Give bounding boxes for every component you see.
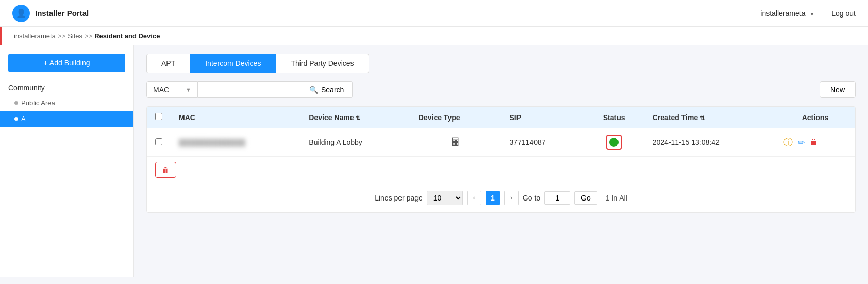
- sip-value: 377114087: [509, 138, 545, 146]
- header-right: installerameta ▼ Log out: [760, 9, 856, 18]
- td-mac: ██████████████: [171, 128, 301, 157]
- toolbar: MAC ▼ 🔍 Search New: [146, 81, 856, 98]
- breadcrumb-part3: Resident and Device: [94, 32, 160, 40]
- toolbar-left: MAC ▼ 🔍 Search: [146, 81, 353, 98]
- td-device-name: Building A Lobby: [301, 128, 410, 157]
- th-sip: SIP: [501, 107, 583, 128]
- username-label: installerameta: [760, 9, 805, 18]
- th-created-time: Created Time ⇅: [644, 107, 775, 128]
- status-cell: [592, 135, 636, 150]
- table-container: MAC Device Name ⇅ Device Type SIP Status…: [146, 106, 856, 213]
- lines-per-page-select[interactable]: 10 20 50: [427, 191, 463, 205]
- chevron-down-icon: ▼: [809, 11, 814, 17]
- avatar-icon: 👤: [16, 8, 26, 18]
- search-label: Search: [321, 86, 344, 94]
- search-icon: 🔍: [309, 86, 318, 94]
- td-device-type: 🖩: [410, 128, 502, 157]
- next-page-button[interactable]: ›: [504, 191, 519, 205]
- th-checkbox: [147, 107, 171, 128]
- td-checkbox: [147, 128, 171, 157]
- go-button[interactable]: Go: [574, 191, 597, 205]
- prev-page-button[interactable]: ‹: [467, 191, 481, 205]
- delete-row-button[interactable]: 🗑: [810, 138, 818, 147]
- bulk-delete-row: 🗑: [147, 157, 855, 183]
- new-button[interactable]: New: [820, 81, 856, 98]
- app-title: Installer Portal: [35, 9, 89, 18]
- chevron-down-icon: ▼: [186, 87, 191, 93]
- header-left: 👤 Installer Portal: [12, 5, 89, 22]
- info-button[interactable]: ⓘ: [783, 136, 793, 148]
- table-header-row: MAC Device Name ⇅ Device Type SIP Status…: [147, 107, 855, 128]
- th-device-type: Device Type: [410, 107, 502, 128]
- tab-third-party-devices[interactable]: Third Party Devices: [276, 54, 369, 73]
- td-status: [584, 128, 644, 157]
- actions-cell: ⓘ ✏ 🗑: [783, 136, 847, 148]
- table-row: ██████████████ Building A Lobby 🖩 377114…: [147, 128, 855, 157]
- user-menu[interactable]: installerameta ▼: [760, 9, 814, 18]
- created-time-value: 2024-11-15 13:08:42: [653, 138, 720, 146]
- sidebar-item-label: Public Area: [21, 99, 55, 107]
- breadcrumb-part1: installerameta: [14, 32, 56, 40]
- lines-per-page-label: Lines per page: [375, 194, 423, 202]
- devices-table: MAC Device Name ⇅ Device Type SIP Status…: [147, 107, 855, 157]
- select-all-checkbox[interactable]: [155, 113, 162, 120]
- td-actions: ⓘ ✏ 🗑: [775, 128, 855, 157]
- add-building-button[interactable]: + Add Building: [8, 54, 125, 72]
- main-layout: + Add Building Community Public Area A A…: [0, 45, 868, 277]
- prev-icon: ‹: [473, 194, 475, 202]
- td-sip: 377114087: [501, 128, 583, 157]
- next-icon: ›: [510, 194, 512, 202]
- row-checkbox[interactable]: [155, 138, 162, 145]
- current-page-number[interactable]: 1: [486, 191, 500, 205]
- header: 👤 Installer Portal installerameta ▼ Log …: [0, 0, 868, 27]
- sidebar-item-label: A: [21, 115, 26, 123]
- goto-input[interactable]: [544, 191, 570, 205]
- search-input[interactable]: [198, 81, 301, 98]
- th-device-name: Device Name ⇅: [301, 107, 410, 128]
- status-dot-wrapper: [606, 135, 622, 150]
- total-label: 1 In All: [606, 194, 627, 202]
- mac-value: ██████████████: [179, 139, 245, 146]
- breadcrumb: installerameta >> Sites >> Resident and …: [0, 27, 868, 45]
- td-created-time: 2024-11-15 13:08:42: [644, 128, 775, 157]
- pagination: Lines per page 10 20 50 ‹ 1 › Go to Go 1…: [147, 183, 855, 212]
- device-name-value: Building A Lobby: [309, 138, 362, 146]
- filter-select-label: MAC: [153, 86, 169, 94]
- dot-icon: [14, 101, 18, 105]
- sidebar-section-title: Community: [0, 80, 133, 95]
- sort-icon: ⇅: [356, 115, 360, 121]
- logout-button[interactable]: Log out: [823, 9, 856, 18]
- sort-icon: ⇅: [700, 115, 705, 121]
- breadcrumb-sep2: >>: [85, 32, 92, 40]
- tab-bar: APT Intercom Devices Third Party Devices: [146, 54, 856, 73]
- th-status: Status: [584, 107, 644, 128]
- search-button[interactable]: 🔍 Search: [301, 81, 353, 98]
- status-online-dot: [609, 138, 619, 147]
- content-area: APT Intercom Devices Third Party Devices…: [134, 45, 868, 277]
- filter-select[interactable]: MAC ▼: [146, 81, 198, 98]
- avatar: 👤: [12, 5, 30, 22]
- th-mac: MAC: [171, 107, 301, 128]
- tab-intercom-devices[interactable]: Intercom Devices: [190, 54, 276, 73]
- breadcrumb-part2: Sites: [68, 32, 82, 40]
- edit-button[interactable]: ✏: [798, 138, 805, 147]
- sidebar: + Add Building Community Public Area A: [0, 45, 134, 277]
- goto-label: Go to: [523, 194, 540, 202]
- dot-icon: [14, 117, 18, 121]
- sidebar-item-public-area[interactable]: Public Area: [0, 95, 133, 111]
- th-actions: Actions: [775, 107, 855, 128]
- breadcrumb-sep1: >>: [58, 32, 65, 40]
- sidebar-item-a[interactable]: A: [0, 111, 133, 127]
- device-type-icon: 🖩: [450, 136, 461, 148]
- bulk-delete-button[interactable]: 🗑: [155, 162, 176, 178]
- tab-apt[interactable]: APT: [146, 54, 190, 73]
